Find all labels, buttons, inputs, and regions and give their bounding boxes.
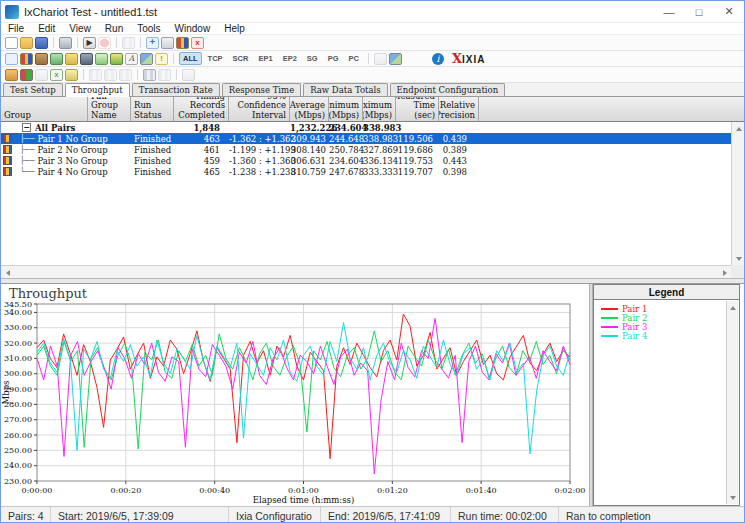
image-icon[interactable]	[140, 53, 153, 65]
copy-faded-icon[interactable]	[35, 69, 48, 81]
filter-ep2-button[interactable]: EP2	[279, 52, 301, 65]
maximum-mbps: 327.869	[363, 145, 396, 155]
clipboard-icon[interactable]	[5, 69, 18, 81]
table-horizontal-scrollbar[interactable]	[1, 265, 731, 278]
tab-transaction-rate[interactable]: Transaction Rate	[132, 83, 220, 96]
report-icon[interactable]	[389, 53, 402, 65]
timing-records: 463	[174, 134, 229, 144]
filter-sg-button[interactable]: SG	[303, 52, 322, 65]
legend-scrollbar[interactable]	[726, 301, 738, 504]
table-row[interactable]: ├── Pair 3 No Group Finished 459 -1.360 …	[1, 155, 744, 166]
main-toolbar: ▶ + x	[1, 35, 744, 51]
col-header-timing-records[interactable]: Timing Records Completed	[174, 97, 229, 121]
close-button[interactable]: ✕	[714, 1, 744, 22]
help-info-icon[interactable]: i	[432, 53, 444, 65]
add-pair-icon[interactable]: +	[146, 37, 159, 49]
all-pairs-row[interactable]: − All Pairs 1,848 1,232.226 234.604 338.…	[1, 122, 744, 133]
endpoint-pairs-icon[interactable]	[176, 37, 189, 49]
maximum-mbps: 336.134	[363, 156, 396, 166]
menu-window[interactable]: Window	[168, 23, 218, 34]
group-icon-3[interactable]	[119, 69, 132, 81]
col-header-confidence-interval[interactable]: 95% Confidence Interval	[229, 97, 290, 121]
delete-pair-icon[interactable]: x	[191, 37, 204, 49]
window-layout-icon[interactable]	[122, 37, 135, 49]
menu-tools[interactable]: Tools	[130, 23, 167, 34]
collapse-icon[interactable]: −	[22, 123, 31, 132]
col-header-maximum[interactable]: Maximum (Mbps)	[363, 97, 396, 121]
menu-run[interactable]: Run	[98, 23, 130, 34]
tab-response-time[interactable]: Response Time	[222, 83, 301, 96]
open-test-icon[interactable]	[20, 37, 33, 49]
col-header-measured-time[interactable]: Measured Time (sec)	[396, 97, 439, 121]
filter-pg-button[interactable]: PG	[324, 52, 343, 65]
col-header-average[interactable]: Average (Mbps)	[290, 97, 329, 121]
save-test-icon[interactable]	[35, 37, 48, 49]
move-columns-icon[interactable]	[158, 69, 171, 81]
tree-branch: ├──	[20, 156, 34, 165]
scroll-up-arrow[interactable]	[727, 301, 739, 314]
export-icon[interactable]	[374, 53, 387, 65]
announce-icon[interactable]	[65, 53, 78, 65]
tab-endpoint-configuration[interactable]: Endpoint Configuration	[390, 83, 506, 96]
col-header-group[interactable]: Group	[1, 97, 88, 121]
link-endpoints-icon[interactable]	[50, 53, 63, 65]
status-end-time: End: 2019/6/5, 17:41:09	[321, 507, 451, 523]
filter-tcp-button[interactable]: TCP	[204, 52, 227, 65]
tab-test-setup[interactable]: Test Setup	[3, 83, 63, 96]
menu-file[interactable]: File	[1, 23, 31, 34]
tab-throughput[interactable]: Throughput	[65, 83, 130, 97]
title-bar: IxChariot Test - untitled1.tst — □ ✕	[1, 1, 744, 23]
scroll-down-arrow[interactable]	[727, 491, 739, 504]
status-run-time: Run time: 00:02:00	[451, 507, 559, 523]
alert-icon[interactable]: !	[155, 53, 168, 65]
maximize-button[interactable]: □	[684, 1, 714, 22]
filter-pc-button[interactable]: PC	[345, 52, 363, 65]
charts-icon[interactable]	[110, 53, 123, 65]
new-test-icon[interactable]	[5, 37, 18, 49]
find-icon[interactable]	[35, 53, 48, 65]
locked-icon[interactable]	[182, 69, 195, 81]
svg-text:240.00: 240.00	[4, 461, 32, 470]
edit-script-icon[interactable]	[95, 53, 108, 65]
table-row[interactable]: └── Pair 4 No Group Finished 465 -1.238 …	[1, 166, 744, 177]
swap-pairs-icon[interactable]	[20, 69, 33, 81]
resize-columns-icon[interactable]	[143, 69, 156, 81]
col-header-minimum[interactable]: Minimum (Mbps)	[329, 97, 363, 121]
legend-item-pair1[interactable]: Pair 1	[601, 304, 726, 313]
notes-icon[interactable]	[65, 69, 78, 81]
print-icon[interactable]	[59, 37, 72, 49]
run-test-icon[interactable]: ▶	[83, 37, 96, 49]
filter-ep1-button[interactable]: EP1	[254, 52, 276, 65]
scroll-down-arrow[interactable]	[732, 252, 745, 265]
measured-time: 119.753	[396, 156, 439, 166]
throughput-chart-panel: Throughput 345.50340.00330.00320.00310.0…	[1, 284, 589, 506]
minimize-button[interactable]: —	[654, 1, 684, 22]
reorder-icon[interactable]	[5, 53, 18, 65]
cross-arrows-icon[interactable]: x	[50, 69, 63, 81]
text-label-icon[interactable]: A	[125, 53, 138, 65]
col-header-pair-group-name[interactable]: Pair Group Name	[88, 97, 131, 121]
legend-item-pair2[interactable]: Pair 2	[601, 313, 726, 322]
capture-icon[interactable]	[80, 53, 93, 65]
filter-scr-button[interactable]: SCR	[229, 52, 253, 65]
tab-raw-data-totals[interactable]: Raw Data Totals	[303, 83, 387, 96]
legend-item-pair3[interactable]: Pair 3	[601, 322, 726, 331]
svg-text:0:01:20: 0:01:20	[377, 486, 408, 495]
copy-pair-icon[interactable]	[161, 37, 174, 49]
filter-all-button[interactable]: ALL	[179, 52, 202, 65]
table-vertical-scrollbar[interactable]	[731, 122, 744, 265]
col-header-run-status[interactable]: Run Status	[131, 97, 174, 121]
scroll-up-arrow[interactable]	[732, 122, 745, 135]
menu-view[interactable]: View	[62, 23, 98, 34]
group-icon-1[interactable]	[89, 69, 102, 81]
group-icon-2[interactable]	[104, 69, 117, 81]
stop-test-icon[interactable]	[98, 37, 111, 49]
table-row[interactable]: ├── Pair 2 No Group Finished 461 -1.199 …	[1, 144, 744, 155]
table-row[interactable]: ├── Pair 1 No Group Finished 463 -1.362 …	[1, 133, 744, 144]
menu-help[interactable]: Help	[217, 23, 252, 34]
legend-item-pair4[interactable]: Pair 4	[601, 331, 726, 340]
col-header-relative-precision[interactable]: Relative Precision	[439, 97, 479, 121]
ixia-logo-x: X	[452, 51, 462, 66]
menu-edit[interactable]: Edit	[31, 23, 62, 34]
pairs-view-icon[interactable]	[20, 53, 33, 65]
